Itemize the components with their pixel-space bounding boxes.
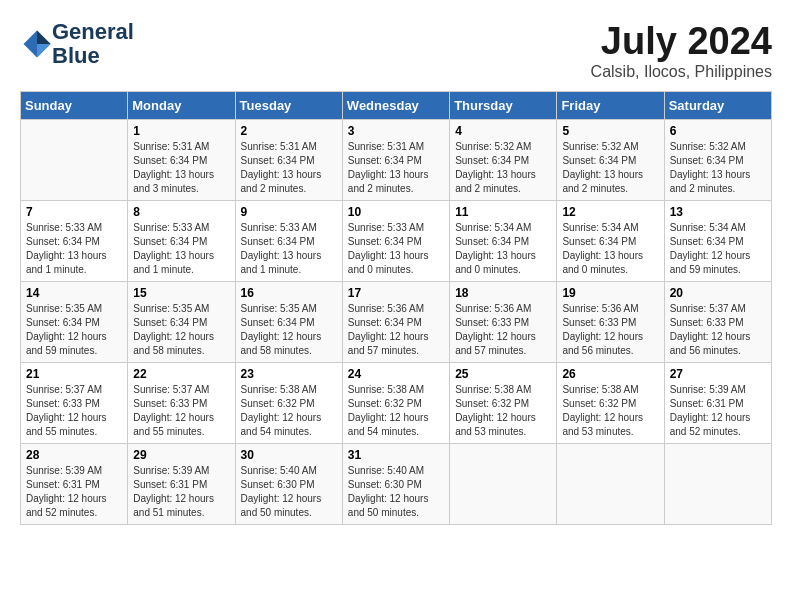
day-info: Sunrise: 5:39 AM Sunset: 6:31 PM Dayligh… (670, 383, 766, 439)
calendar-cell: 1Sunrise: 5:31 AM Sunset: 6:34 PM Daylig… (128, 120, 235, 201)
calendar-cell (21, 120, 128, 201)
day-info: Sunrise: 5:34 AM Sunset: 6:34 PM Dayligh… (455, 221, 551, 277)
calendar-cell: 2Sunrise: 5:31 AM Sunset: 6:34 PM Daylig… (235, 120, 342, 201)
day-number: 10 (348, 205, 444, 219)
day-info: Sunrise: 5:34 AM Sunset: 6:34 PM Dayligh… (670, 221, 766, 277)
calendar-cell: 7Sunrise: 5:33 AM Sunset: 6:34 PM Daylig… (21, 201, 128, 282)
day-number: 29 (133, 448, 229, 462)
calendar-cell: 13Sunrise: 5:34 AM Sunset: 6:34 PM Dayli… (664, 201, 771, 282)
day-info: Sunrise: 5:37 AM Sunset: 6:33 PM Dayligh… (133, 383, 229, 439)
header-friday: Friday (557, 92, 664, 120)
day-info: Sunrise: 5:31 AM Sunset: 6:34 PM Dayligh… (241, 140, 337, 196)
day-number: 9 (241, 205, 337, 219)
day-number: 7 (26, 205, 122, 219)
day-info: Sunrise: 5:31 AM Sunset: 6:34 PM Dayligh… (133, 140, 229, 196)
header-monday: Monday (128, 92, 235, 120)
calendar-cell: 26Sunrise: 5:38 AM Sunset: 6:32 PM Dayli… (557, 363, 664, 444)
calendar-cell: 11Sunrise: 5:34 AM Sunset: 6:34 PM Dayli… (450, 201, 557, 282)
calendar-cell: 12Sunrise: 5:34 AM Sunset: 6:34 PM Dayli… (557, 201, 664, 282)
calendar-cell: 21Sunrise: 5:37 AM Sunset: 6:33 PM Dayli… (21, 363, 128, 444)
month-year: July 2024 (591, 20, 772, 63)
calendar-cell: 30Sunrise: 5:40 AM Sunset: 6:30 PM Dayli… (235, 444, 342, 525)
day-info: Sunrise: 5:36 AM Sunset: 6:33 PM Dayligh… (562, 302, 658, 358)
calendar-cell: 5Sunrise: 5:32 AM Sunset: 6:34 PM Daylig… (557, 120, 664, 201)
day-number: 6 (670, 124, 766, 138)
calendar-cell: 14Sunrise: 5:35 AM Sunset: 6:34 PM Dayli… (21, 282, 128, 363)
svg-marker-2 (37, 44, 51, 58)
calendar-cell (664, 444, 771, 525)
day-info: Sunrise: 5:40 AM Sunset: 6:30 PM Dayligh… (348, 464, 444, 520)
calendar-week-row: 1Sunrise: 5:31 AM Sunset: 6:34 PM Daylig… (21, 120, 772, 201)
calendar-cell: 25Sunrise: 5:38 AM Sunset: 6:32 PM Dayli… (450, 363, 557, 444)
calendar-cell: 8Sunrise: 5:33 AM Sunset: 6:34 PM Daylig… (128, 201, 235, 282)
day-info: Sunrise: 5:35 AM Sunset: 6:34 PM Dayligh… (26, 302, 122, 358)
day-info: Sunrise: 5:32 AM Sunset: 6:34 PM Dayligh… (562, 140, 658, 196)
day-number: 18 (455, 286, 551, 300)
calendar-cell: 20Sunrise: 5:37 AM Sunset: 6:33 PM Dayli… (664, 282, 771, 363)
day-number: 4 (455, 124, 551, 138)
calendar-header-row: SundayMondayTuesdayWednesdayThursdayFrid… (21, 92, 772, 120)
page-header: General Blue July 2024 Calsib, Ilocos, P… (20, 20, 772, 81)
header-thursday: Thursday (450, 92, 557, 120)
calendar-cell: 18Sunrise: 5:36 AM Sunset: 6:33 PM Dayli… (450, 282, 557, 363)
day-number: 21 (26, 367, 122, 381)
header-sunday: Sunday (21, 92, 128, 120)
calendar-cell: 31Sunrise: 5:40 AM Sunset: 6:30 PM Dayli… (342, 444, 449, 525)
day-info: Sunrise: 5:31 AM Sunset: 6:34 PM Dayligh… (348, 140, 444, 196)
calendar-cell: 22Sunrise: 5:37 AM Sunset: 6:33 PM Dayli… (128, 363, 235, 444)
calendar-week-row: 21Sunrise: 5:37 AM Sunset: 6:33 PM Dayli… (21, 363, 772, 444)
header-tuesday: Tuesday (235, 92, 342, 120)
calendar-cell: 27Sunrise: 5:39 AM Sunset: 6:31 PM Dayli… (664, 363, 771, 444)
calendar-cell: 6Sunrise: 5:32 AM Sunset: 6:34 PM Daylig… (664, 120, 771, 201)
calendar-cell: 3Sunrise: 5:31 AM Sunset: 6:34 PM Daylig… (342, 120, 449, 201)
day-number: 15 (133, 286, 229, 300)
day-number: 12 (562, 205, 658, 219)
calendar-cell: 23Sunrise: 5:38 AM Sunset: 6:32 PM Dayli… (235, 363, 342, 444)
calendar-cell: 10Sunrise: 5:33 AM Sunset: 6:34 PM Dayli… (342, 201, 449, 282)
calendar-cell: 15Sunrise: 5:35 AM Sunset: 6:34 PM Dayli… (128, 282, 235, 363)
calendar-cell: 19Sunrise: 5:36 AM Sunset: 6:33 PM Dayli… (557, 282, 664, 363)
day-info: Sunrise: 5:33 AM Sunset: 6:34 PM Dayligh… (241, 221, 337, 277)
day-number: 30 (241, 448, 337, 462)
calendar-cell: 17Sunrise: 5:36 AM Sunset: 6:34 PM Dayli… (342, 282, 449, 363)
calendar-table: SundayMondayTuesdayWednesdayThursdayFrid… (20, 91, 772, 525)
day-info: Sunrise: 5:36 AM Sunset: 6:34 PM Dayligh… (348, 302, 444, 358)
day-info: Sunrise: 5:39 AM Sunset: 6:31 PM Dayligh… (133, 464, 229, 520)
day-info: Sunrise: 5:38 AM Sunset: 6:32 PM Dayligh… (562, 383, 658, 439)
day-number: 24 (348, 367, 444, 381)
day-number: 23 (241, 367, 337, 381)
day-info: Sunrise: 5:38 AM Sunset: 6:32 PM Dayligh… (241, 383, 337, 439)
day-number: 16 (241, 286, 337, 300)
day-number: 14 (26, 286, 122, 300)
day-number: 25 (455, 367, 551, 381)
day-info: Sunrise: 5:36 AM Sunset: 6:33 PM Dayligh… (455, 302, 551, 358)
calendar-week-row: 28Sunrise: 5:39 AM Sunset: 6:31 PM Dayli… (21, 444, 772, 525)
calendar-cell: 4Sunrise: 5:32 AM Sunset: 6:34 PM Daylig… (450, 120, 557, 201)
day-info: Sunrise: 5:33 AM Sunset: 6:34 PM Dayligh… (26, 221, 122, 277)
day-info: Sunrise: 5:35 AM Sunset: 6:34 PM Dayligh… (241, 302, 337, 358)
day-number: 1 (133, 124, 229, 138)
day-info: Sunrise: 5:35 AM Sunset: 6:34 PM Dayligh… (133, 302, 229, 358)
calendar-cell: 29Sunrise: 5:39 AM Sunset: 6:31 PM Dayli… (128, 444, 235, 525)
day-number: 2 (241, 124, 337, 138)
calendar-week-row: 7Sunrise: 5:33 AM Sunset: 6:34 PM Daylig… (21, 201, 772, 282)
calendar-cell (557, 444, 664, 525)
day-info: Sunrise: 5:33 AM Sunset: 6:34 PM Dayligh… (133, 221, 229, 277)
day-info: Sunrise: 5:38 AM Sunset: 6:32 PM Dayligh… (455, 383, 551, 439)
day-info: Sunrise: 5:32 AM Sunset: 6:34 PM Dayligh… (670, 140, 766, 196)
day-info: Sunrise: 5:39 AM Sunset: 6:31 PM Dayligh… (26, 464, 122, 520)
day-number: 20 (670, 286, 766, 300)
calendar-cell (450, 444, 557, 525)
calendar-cell: 9Sunrise: 5:33 AM Sunset: 6:34 PM Daylig… (235, 201, 342, 282)
day-number: 22 (133, 367, 229, 381)
title-block: July 2024 Calsib, Ilocos, Philippines (591, 20, 772, 81)
day-number: 19 (562, 286, 658, 300)
day-info: Sunrise: 5:38 AM Sunset: 6:32 PM Dayligh… (348, 383, 444, 439)
logo: General Blue (20, 20, 134, 68)
day-number: 17 (348, 286, 444, 300)
location: Calsib, Ilocos, Philippines (591, 63, 772, 81)
calendar-cell: 24Sunrise: 5:38 AM Sunset: 6:32 PM Dayli… (342, 363, 449, 444)
day-info: Sunrise: 5:37 AM Sunset: 6:33 PM Dayligh… (670, 302, 766, 358)
calendar-week-row: 14Sunrise: 5:35 AM Sunset: 6:34 PM Dayli… (21, 282, 772, 363)
day-number: 5 (562, 124, 658, 138)
